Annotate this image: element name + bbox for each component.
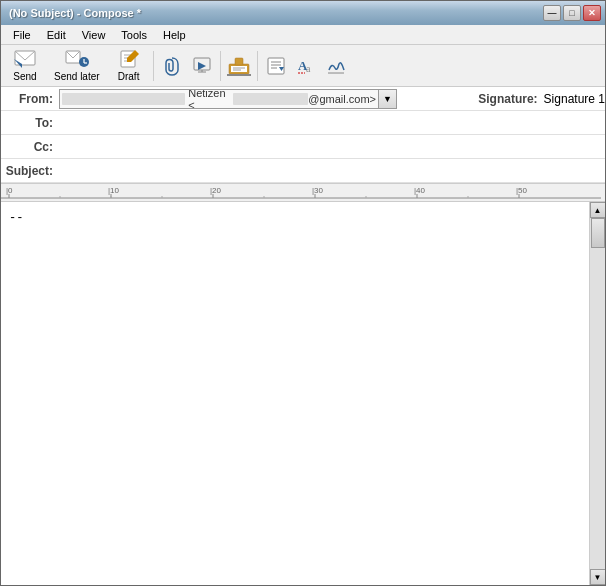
- from-email-suffix: @gmail.com>: [308, 93, 376, 105]
- scroll-down-arrow[interactable]: ▼: [590, 569, 606, 585]
- separator-3: [257, 51, 258, 81]
- attach-button[interactable]: [158, 52, 186, 80]
- format-button[interactable]: [262, 52, 290, 80]
- cc-row: Cc:: [1, 135, 605, 159]
- separator-1: [153, 51, 154, 81]
- from-row: From: Netizen < @gmail.com> ▼ Signature:…: [1, 87, 605, 111]
- svg-rect-16: [231, 66, 247, 72]
- separator-2: [220, 51, 221, 81]
- send-later-button[interactable]: Send later: [47, 48, 107, 84]
- from-blurred-address: [62, 93, 185, 105]
- menu-bar: File Edit View Tools Help: [1, 25, 605, 45]
- window-controls: — □ ✕: [543, 5, 601, 21]
- to-input[interactable]: [59, 112, 605, 134]
- send-button[interactable]: Send: [5, 48, 45, 84]
- compose-body[interactable]: --: [1, 202, 589, 585]
- body-area: -- ▲ ▼: [1, 202, 605, 585]
- window-title: (No Subject) - Compose *: [9, 7, 141, 19]
- signature-button[interactable]: [322, 52, 350, 80]
- toolbar: Send Send later: [1, 45, 605, 87]
- subject-input[interactable]: [59, 160, 605, 182]
- from-dropdown[interactable]: ▼: [379, 89, 397, 109]
- svg-text:|40: |40: [414, 186, 426, 195]
- send-icon: [14, 50, 36, 71]
- send-later-label: Send later: [54, 72, 100, 82]
- menu-help[interactable]: Help: [155, 27, 194, 43]
- from-label: From:: [1, 92, 59, 106]
- menu-tools[interactable]: Tools: [113, 27, 155, 43]
- compose-window: (No Subject) - Compose * — □ ✕ File Edit…: [0, 0, 606, 586]
- svg-rect-20: [227, 74, 251, 76]
- send-later-icon: [65, 50, 89, 71]
- from-value: Netizen < @gmail.com>: [59, 89, 379, 109]
- from-blurred-email: [233, 93, 309, 105]
- cc-input[interactable]: [59, 136, 605, 158]
- spell-button[interactable]: A a: [292, 52, 320, 80]
- from-content: Netizen < @gmail.com> ▼: [59, 89, 472, 109]
- svg-text:a: a: [306, 63, 311, 74]
- title-bar: (No Subject) - Compose * — □ ✕: [1, 1, 605, 25]
- stamp-button[interactable]: [225, 52, 253, 80]
- signature-label: Signature:: [472, 92, 543, 106]
- svg-rect-19: [235, 58, 243, 65]
- scroll-track[interactable]: [590, 218, 605, 569]
- minimize-button[interactable]: —: [543, 5, 561, 21]
- draft-label: Draft: [118, 72, 140, 82]
- to-row: To:: [1, 111, 605, 135]
- scroll-thumb[interactable]: [591, 218, 605, 248]
- svg-text:|0: |0: [6, 186, 13, 195]
- menu-view[interactable]: View: [74, 27, 114, 43]
- menu-edit[interactable]: Edit: [39, 27, 74, 43]
- draft-icon: [119, 50, 139, 71]
- subject-label: Subject:: [1, 164, 59, 178]
- menu-file[interactable]: File: [5, 27, 39, 43]
- to-label: To:: [1, 116, 59, 130]
- subject-row: Subject:: [1, 159, 605, 183]
- send-label: Send: [13, 72, 36, 82]
- from-name: Netizen <: [188, 89, 232, 109]
- signature-value: Signature 1: [544, 92, 605, 106]
- svg-text:|10: |10: [108, 186, 120, 195]
- svg-rect-21: [268, 58, 284, 74]
- svg-marker-14: [198, 62, 206, 70]
- cc-label: Cc:: [1, 140, 59, 154]
- maximize-button[interactable]: □: [563, 5, 581, 21]
- insert-button[interactable]: [188, 52, 216, 80]
- close-button[interactable]: ✕: [583, 5, 601, 21]
- draft-button[interactable]: Draft: [109, 48, 149, 84]
- header-fields: From: Netizen < @gmail.com> ▼ Signature:…: [1, 87, 605, 184]
- ruler-svg: |0 |10 |20 |30 |40 |50: [1, 184, 605, 202]
- svg-text:|20: |20: [210, 186, 222, 195]
- ruler: |0 |10 |20 |30 |40 |50: [1, 184, 605, 202]
- scrollbar[interactable]: ▲ ▼: [589, 202, 605, 585]
- scroll-up-arrow[interactable]: ▲: [590, 202, 606, 218]
- svg-text:|30: |30: [312, 186, 324, 195]
- svg-text:|50: |50: [516, 186, 528, 195]
